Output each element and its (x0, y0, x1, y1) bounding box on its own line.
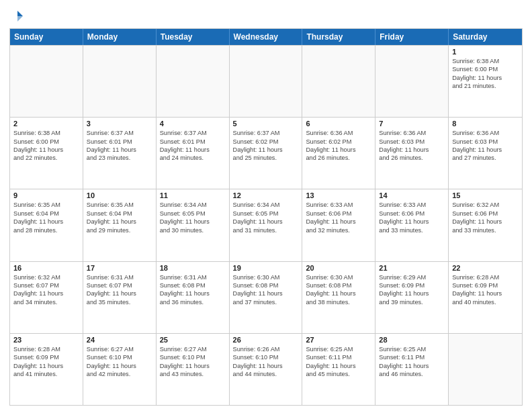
calendar-cell: 9Sunrise: 6:35 AM Sunset: 6:04 PM Daylig… (10, 189, 83, 261)
header-cell-thursday: Thursday (302, 29, 375, 45)
calendar-cell: 18Sunrise: 6:31 AM Sunset: 6:08 PM Dayli… (157, 262, 230, 333)
day-number: 8 (452, 120, 519, 128)
calendar-cell: 24Sunrise: 6:27 AM Sunset: 6:10 PM Dayli… (83, 334, 157, 405)
calendar-row-2: 2Sunrise: 6:38 AM Sunset: 6:00 PM Daylig… (10, 117, 522, 189)
calendar-row-3: 9Sunrise: 6:35 AM Sunset: 6:04 PM Daylig… (10, 189, 522, 261)
calendar-cell: 14Sunrise: 6:33 AM Sunset: 6:06 PM Dayli… (375, 189, 449, 261)
calendar-cell: 20Sunrise: 6:30 AM Sunset: 6:08 PM Dayli… (302, 262, 375, 333)
day-info: Sunrise: 6:36 AM Sunset: 6:03 PM Dayligh… (379, 129, 445, 163)
day-number: 19 (233, 264, 299, 272)
day-number: 13 (306, 191, 371, 199)
calendar-cell (302, 46, 375, 117)
day-info: Sunrise: 6:35 AM Sunset: 6:04 PM Dayligh… (13, 201, 79, 234)
day-number: 23 (13, 336, 79, 344)
day-number: 26 (233, 336, 299, 344)
calendar-cell: 17Sunrise: 6:31 AM Sunset: 6:07 PM Dayli… (83, 262, 157, 333)
calendar-row-4: 16Sunrise: 6:32 AM Sunset: 6:07 PM Dayli… (10, 261, 522, 333)
calendar-cell: 15Sunrise: 6:32 AM Sunset: 6:06 PM Dayli… (449, 189, 522, 261)
calendar-cell: 26Sunrise: 6:26 AM Sunset: 6:10 PM Dayli… (230, 334, 303, 405)
calendar-cell (83, 46, 157, 117)
calendar-row-1: 1Sunrise: 6:38 AM Sunset: 6:00 PM Daylig… (10, 45, 522, 117)
day-info: Sunrise: 6:33 AM Sunset: 6:06 PM Dayligh… (379, 201, 445, 234)
calendar-header: SundayMondayTuesdayWednesdayThursdayFrid… (10, 29, 522, 45)
day-number: 16 (13, 264, 79, 272)
day-number: 4 (160, 120, 226, 128)
calendar-cell (157, 46, 230, 117)
calendar-cell: 8Sunrise: 6:36 AM Sunset: 6:03 PM Daylig… (449, 118, 522, 189)
day-number: 3 (87, 120, 152, 128)
day-number: 15 (452, 191, 519, 199)
day-info: Sunrise: 6:30 AM Sunset: 6:08 PM Dayligh… (233, 273, 299, 307)
logo (9, 9, 24, 24)
header-cell-wednesday: Wednesday (230, 29, 303, 45)
calendar-cell: 19Sunrise: 6:30 AM Sunset: 6:08 PM Dayli… (230, 262, 303, 333)
day-info: Sunrise: 6:32 AM Sunset: 6:06 PM Dayligh… (452, 201, 519, 234)
day-number: 25 (160, 336, 226, 344)
calendar-cell: 1Sunrise: 6:38 AM Sunset: 6:00 PM Daylig… (449, 46, 522, 117)
day-number: 21 (379, 264, 445, 272)
day-number: 24 (87, 336, 152, 344)
calendar-body: 1Sunrise: 6:38 AM Sunset: 6:00 PM Daylig… (10, 45, 522, 405)
header-cell-sunday: Sunday (10, 29, 83, 45)
calendar-cell: 3Sunrise: 6:37 AM Sunset: 6:01 PM Daylig… (83, 118, 157, 189)
day-number: 9 (13, 191, 79, 199)
day-number: 20 (306, 264, 371, 272)
day-info: Sunrise: 6:27 AM Sunset: 6:10 PM Dayligh… (160, 345, 226, 379)
calendar-cell: 21Sunrise: 6:29 AM Sunset: 6:09 PM Dayli… (375, 262, 449, 333)
day-info: Sunrise: 6:35 AM Sunset: 6:04 PM Dayligh… (87, 201, 152, 234)
day-info: Sunrise: 6:31 AM Sunset: 6:07 PM Dayligh… (87, 273, 152, 307)
day-number: 2 (13, 120, 79, 128)
day-info: Sunrise: 6:36 AM Sunset: 6:02 PM Dayligh… (306, 129, 371, 163)
calendar-cell: 23Sunrise: 6:28 AM Sunset: 6:09 PM Dayli… (10, 334, 83, 405)
day-info: Sunrise: 6:32 AM Sunset: 6:07 PM Dayligh… (13, 273, 79, 307)
svg-marker-1 (17, 16, 23, 21)
calendar-cell: 2Sunrise: 6:38 AM Sunset: 6:00 PM Daylig… (10, 118, 83, 189)
day-info: Sunrise: 6:27 AM Sunset: 6:10 PM Dayligh… (87, 345, 152, 379)
day-number: 12 (233, 191, 299, 199)
day-info: Sunrise: 6:29 AM Sunset: 6:09 PM Dayligh… (379, 273, 445, 307)
calendar-cell (230, 46, 303, 117)
day-info: Sunrise: 6:28 AM Sunset: 6:09 PM Dayligh… (13, 345, 79, 379)
day-number: 17 (87, 264, 152, 272)
calendar-cell (10, 46, 83, 117)
day-info: Sunrise: 6:37 AM Sunset: 6:01 PM Dayligh… (87, 129, 152, 163)
header-cell-monday: Monday (83, 29, 157, 45)
calendar-cell: 4Sunrise: 6:37 AM Sunset: 6:01 PM Daylig… (157, 118, 230, 189)
calendar-cell (375, 46, 449, 117)
day-number: 5 (233, 120, 299, 128)
day-info: Sunrise: 6:37 AM Sunset: 6:02 PM Dayligh… (233, 129, 299, 163)
day-info: Sunrise: 6:34 AM Sunset: 6:05 PM Dayligh… (233, 201, 299, 234)
calendar-cell: 12Sunrise: 6:34 AM Sunset: 6:05 PM Dayli… (230, 189, 303, 261)
day-info: Sunrise: 6:36 AM Sunset: 6:03 PM Dayligh… (452, 129, 519, 163)
calendar-cell: 13Sunrise: 6:33 AM Sunset: 6:06 PM Dayli… (302, 189, 375, 261)
day-info: Sunrise: 6:31 AM Sunset: 6:08 PM Dayligh… (160, 273, 226, 307)
svg-marker-0 (17, 11, 23, 16)
logo-flag-icon (11, 9, 24, 23)
day-info: Sunrise: 6:34 AM Sunset: 6:05 PM Dayligh… (160, 201, 226, 234)
calendar-cell: 28Sunrise: 6:25 AM Sunset: 6:11 PM Dayli… (375, 334, 449, 405)
day-info: Sunrise: 6:33 AM Sunset: 6:06 PM Dayligh… (306, 201, 371, 234)
day-number: 1 (452, 48, 519, 56)
calendar-cell: 22Sunrise: 6:28 AM Sunset: 6:09 PM Dayli… (449, 262, 522, 333)
page-header (9, 7, 523, 24)
day-number: 11 (160, 191, 226, 199)
calendar-grid: SundayMondayTuesdayWednesdayThursdayFrid… (9, 28, 523, 406)
day-info: Sunrise: 6:25 AM Sunset: 6:11 PM Dayligh… (379, 345, 445, 379)
day-number: 27 (306, 336, 371, 344)
day-info: Sunrise: 6:37 AM Sunset: 6:01 PM Dayligh… (160, 129, 226, 163)
calendar-cell: 25Sunrise: 6:27 AM Sunset: 6:10 PM Dayli… (157, 334, 230, 405)
header-cell-friday: Friday (375, 29, 449, 45)
day-number: 22 (452, 264, 519, 272)
calendar-page: SundayMondayTuesdayWednesdayThursdayFrid… (0, 0, 532, 411)
day-number: 14 (379, 191, 445, 199)
calendar-cell (449, 334, 522, 405)
day-number: 6 (306, 120, 371, 128)
day-info: Sunrise: 6:28 AM Sunset: 6:09 PM Dayligh… (452, 273, 519, 307)
calendar-cell: 6Sunrise: 6:36 AM Sunset: 6:02 PM Daylig… (302, 118, 375, 189)
day-info: Sunrise: 6:26 AM Sunset: 6:10 PM Dayligh… (233, 345, 299, 379)
header-cell-tuesday: Tuesday (157, 29, 230, 45)
day-info: Sunrise: 6:38 AM Sunset: 6:00 PM Dayligh… (13, 129, 79, 163)
day-info: Sunrise: 6:38 AM Sunset: 6:00 PM Dayligh… (452, 57, 519, 91)
calendar-cell: 10Sunrise: 6:35 AM Sunset: 6:04 PM Dayli… (83, 189, 157, 261)
header-cell-saturday: Saturday (449, 29, 522, 45)
